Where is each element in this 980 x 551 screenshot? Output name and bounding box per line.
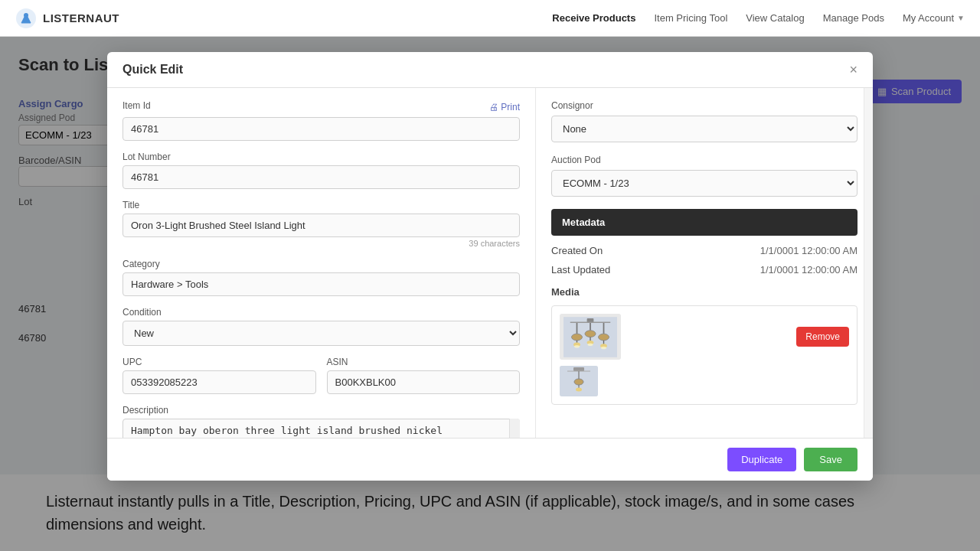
created-on-label: Created On <box>551 245 603 256</box>
consignor-label: Consignor <box>551 100 858 111</box>
svg-point-18 <box>588 343 593 346</box>
modal-footer: Duplicate Save <box>107 438 873 481</box>
save-button[interactable]: Save <box>804 448 858 471</box>
svg-point-14 <box>599 334 609 341</box>
svg-point-19 <box>601 346 606 349</box>
last-updated-label: Last Updated <box>551 264 610 276</box>
char-count: 39 characters <box>122 239 520 248</box>
item-id-group: Item Id 🖨 Print <box>122 100 520 141</box>
nav-item-pricing-tool[interactable]: Item Pricing Tool <box>654 12 727 24</box>
category-input[interactable] <box>122 272 520 296</box>
svg-point-1 <box>24 13 28 18</box>
nav-manage-pods[interactable]: Manage Pods <box>823 12 884 24</box>
modal-right-panel: Consignor None Auction Pod ECOMM - 1/23 … <box>536 88 873 438</box>
upc-label: UPC <box>122 357 316 367</box>
consignor-group: Consignor None <box>551 100 858 142</box>
asin-input[interactable] <box>327 370 521 394</box>
upc-group: UPC <box>122 357 316 394</box>
item-id-header: Item Id 🖨 Print <box>122 100 520 114</box>
nav-account-label: My Account <box>903 12 954 24</box>
auction-pod-select[interactable]: ECOMM - 1/23 <box>551 170 858 197</box>
svg-point-26 <box>576 388 582 392</box>
svg-rect-21 <box>573 367 584 371</box>
print-label: Print <box>501 102 520 112</box>
media-thumb-1 <box>560 314 621 360</box>
created-on-value: 1/1/0001 12:00:00 AM <box>760 245 858 256</box>
media-item-2 <box>560 366 849 396</box>
last-updated-row: Last Updated 1/1/0001 12:00:00 AM <box>551 264 858 276</box>
nav-view-catalog[interactable]: View Catalog <box>746 12 804 24</box>
modal-overlay: Quick Edit × Item Id 🖨 Print <box>0 37 980 551</box>
logo-text: LISTERNAUT <box>43 11 119 24</box>
item-id-input[interactable] <box>122 117 520 141</box>
print-link[interactable]: 🖨 Print <box>489 102 520 112</box>
last-updated-value: 1/1/0001 12:00:00 AM <box>760 264 858 276</box>
duplicate-button[interactable]: Duplicate <box>727 448 796 471</box>
print-icon: 🖨 <box>489 102 498 112</box>
modal-left-panel: Item Id 🖨 Print Lot Number <box>107 88 536 438</box>
modal-body: Item Id 🖨 Print Lot Number <box>107 88 873 438</box>
upc-input[interactable] <box>122 370 316 394</box>
media-label: Media <box>551 286 858 298</box>
modal-header: Quick Edit × <box>107 52 873 88</box>
lot-number-input[interactable] <box>122 165 520 189</box>
remove-button[interactable]: Remove <box>796 327 849 347</box>
condition-group: Condition New Like New Good Fair Poor <box>122 307 520 346</box>
media-section: Media <box>551 286 858 405</box>
nav-account[interactable]: My Account ▼ <box>903 12 965 24</box>
modal-title: Quick Edit <box>122 63 183 77</box>
quick-edit-modal: Quick Edit × Item Id 🖨 Print <box>107 52 873 481</box>
asin-group: ASIN <box>327 357 521 394</box>
media-thumb-2 <box>560 366 598 396</box>
chevron-down-icon: ▼ <box>957 14 965 22</box>
textarea-scrollbar <box>509 419 520 438</box>
svg-point-11 <box>585 330 596 337</box>
nav-links: Receive Products Item Pricing Tool View … <box>552 12 965 24</box>
logo-area: LISTERNAUT <box>15 8 119 29</box>
auction-pod-label: Auction Pod <box>551 155 858 165</box>
consignor-select[interactable]: None <box>551 116 858 142</box>
category-label: Category <box>122 259 520 269</box>
svg-point-24 <box>574 379 583 385</box>
modal-close-button[interactable]: × <box>849 63 858 77</box>
condition-label: Condition <box>122 307 520 318</box>
svg-point-8 <box>572 334 583 341</box>
upc-asin-row: UPC ASIN <box>122 357 520 405</box>
logo-icon <box>15 8 37 29</box>
page-background: Scan to List Assign Cargo Assigned Pod ▲… <box>0 37 980 551</box>
description-wrapper: Hampton bay oberon three light island br… <box>122 419 520 438</box>
description-textarea[interactable]: Hampton bay oberon three light island br… <box>122 419 520 438</box>
lot-number-group: Lot Number <box>122 152 520 189</box>
item-id-label: Item Id <box>122 100 151 111</box>
svg-point-17 <box>574 345 580 348</box>
media-container: Remove <box>551 305 858 405</box>
nav-receive-products[interactable]: Receive Products <box>552 12 635 24</box>
category-group: Category <box>122 259 520 296</box>
auction-pod-group: Auction Pod ECOMM - 1/23 <box>551 155 858 197</box>
description-group: Description Hampton bay oberon three lig… <box>122 405 520 438</box>
media-thumb-2-img <box>560 366 598 396</box>
right-scrollbar <box>864 88 873 438</box>
metadata-header: Metadata <box>551 209 858 236</box>
title-group: Title 39 characters <box>122 200 520 248</box>
lot-number-label: Lot Number <box>122 152 520 162</box>
media-item-1: Remove <box>560 314 849 360</box>
svg-rect-3 <box>587 318 594 322</box>
top-nav: LISTERNAUT Receive Products Item Pricing… <box>0 0 980 37</box>
light-image <box>564 316 617 358</box>
title-input[interactable] <box>122 214 520 237</box>
description-label: Description <box>122 405 520 416</box>
created-on-row: Created On 1/1/0001 12:00:00 AM <box>551 245 858 256</box>
condition-select[interactable]: New Like New Good Fair Poor <box>122 321 520 346</box>
title-label: Title <box>122 200 520 210</box>
asin-label: ASIN <box>327 357 521 367</box>
